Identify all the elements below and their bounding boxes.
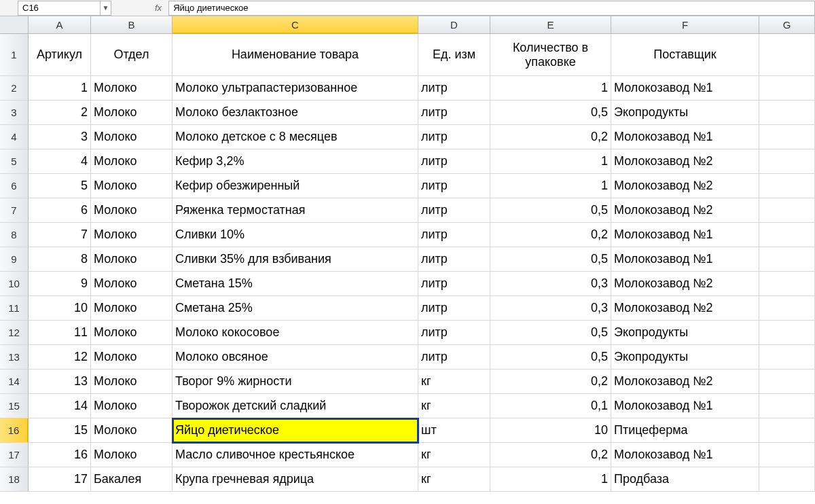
cell-G10[interactable] (759, 272, 815, 296)
cell-A1[interactable]: Артикул (29, 34, 91, 76)
cell-B13[interactable]: Молоко (91, 345, 173, 370)
cell-E5[interactable]: 1 (490, 149, 611, 174)
cell-E18[interactable]: 1 (490, 467, 611, 492)
column-header-B[interactable]: B (91, 16, 173, 34)
cell-A11[interactable]: 10 (29, 296, 91, 321)
cell-G1[interactable] (759, 34, 815, 76)
cell-F5[interactable]: Молокозавод №2 (611, 149, 759, 174)
cell-E15[interactable]: 0,1 (490, 394, 611, 418)
cell-B1[interactable]: Отдел (91, 34, 173, 76)
cell-E12[interactable]: 0,5 (490, 321, 611, 345)
cell-B5[interactable]: Молоко (91, 149, 173, 174)
cell-C3[interactable]: Молоко безлактозное (173, 101, 418, 125)
cell-D6[interactable]: литр (418, 174, 490, 198)
cell-C6[interactable]: Кефир обезжиренный (173, 174, 418, 198)
cell-D14[interactable]: кг (418, 370, 490, 394)
cell-G14[interactable] (759, 370, 815, 394)
row-header-12[interactable]: 12 (0, 321, 29, 345)
cell-C1[interactable]: Наименование товара (173, 34, 418, 76)
cell-D2[interactable]: литр (418, 76, 490, 101)
cell-B17[interactable]: Молоко (91, 443, 173, 467)
cell-D17[interactable]: кг (418, 443, 490, 467)
cell-G18[interactable] (759, 467, 815, 492)
cell-G4[interactable] (759, 125, 815, 149)
row-header-10[interactable]: 10 (0, 272, 29, 296)
cell-C7[interactable]: Ряженка термостатная (173, 198, 418, 223)
cell-F10[interactable]: Молокозавод №2 (611, 272, 759, 296)
cell-A18[interactable]: 17 (29, 467, 91, 492)
row-header-15[interactable]: 15 (0, 394, 29, 418)
cell-F17[interactable]: Молокозавод №1 (611, 443, 759, 467)
cell-A14[interactable]: 13 (29, 370, 91, 394)
cell-A15[interactable]: 14 (29, 394, 91, 418)
row-header-7[interactable]: 7 (0, 198, 29, 223)
cell-E4[interactable]: 0,2 (490, 125, 611, 149)
cell-D11[interactable]: литр (418, 296, 490, 321)
cell-C4[interactable]: Молоко детское с 8 месяцев (173, 125, 418, 149)
cell-G5[interactable] (759, 149, 815, 174)
row-header-17[interactable]: 17 (0, 443, 29, 467)
cell-D18[interactable]: кг (418, 467, 490, 492)
cell-F2[interactable]: Молокозавод №1 (611, 76, 759, 101)
cell-C16[interactable]: Яйцо диетическое (173, 418, 418, 443)
cell-D8[interactable]: литр (418, 223, 490, 247)
cell-C15[interactable]: Творожок детский сладкий (173, 394, 418, 418)
cell-B3[interactable]: Молоко (91, 101, 173, 125)
fx-icon[interactable]: fx (152, 3, 164, 13)
cell-B10[interactable]: Молоко (91, 272, 173, 296)
cell-C18[interactable]: Крупа гречневая ядрица (173, 467, 418, 492)
cell-B9[interactable]: Молоко (91, 247, 173, 272)
cell-A7[interactable]: 6 (29, 198, 91, 223)
cell-C10[interactable]: Сметана 15% (173, 272, 418, 296)
column-header-G[interactable]: G (759, 16, 815, 34)
name-box-dropdown-icon[interactable]: ▼ (100, 1, 111, 15)
cell-F11[interactable]: Молокозавод №2 (611, 296, 759, 321)
cell-D9[interactable]: литр (418, 247, 490, 272)
column-header-A[interactable]: A (29, 16, 91, 34)
cell-C13[interactable]: Молоко овсяное (173, 345, 418, 370)
column-header-E[interactable]: E (490, 16, 611, 34)
cell-B11[interactable]: Молоко (91, 296, 173, 321)
cell-D15[interactable]: кг (418, 394, 490, 418)
row-header-11[interactable]: 11 (0, 296, 29, 321)
row-header-13[interactable]: 13 (0, 345, 29, 370)
cell-E13[interactable]: 0,5 (490, 345, 611, 370)
cell-B15[interactable]: Молоко (91, 394, 173, 418)
cell-G16[interactable] (759, 418, 815, 443)
cell-B4[interactable]: Молоко (91, 125, 173, 149)
row-header-16[interactable]: 16 (0, 418, 29, 443)
cell-G6[interactable] (759, 174, 815, 198)
cell-A17[interactable]: 16 (29, 443, 91, 467)
cell-F14[interactable]: Молокозавод №2 (611, 370, 759, 394)
cell-A5[interactable]: 4 (29, 149, 91, 174)
cell-E16[interactable]: 10 (490, 418, 611, 443)
cell-F8[interactable]: Молокозавод №1 (611, 223, 759, 247)
formula-input[interactable]: Яйцо диетическое (168, 1, 815, 16)
cell-G9[interactable] (759, 247, 815, 272)
cell-A6[interactable]: 5 (29, 174, 91, 198)
cell-F9[interactable]: Молокозавод №1 (611, 247, 759, 272)
cell-F7[interactable]: Молокозавод №2 (611, 198, 759, 223)
cell-D3[interactable]: литр (418, 101, 490, 125)
cell-B8[interactable]: Молоко (91, 223, 173, 247)
cell-A4[interactable]: 3 (29, 125, 91, 149)
cell-E14[interactable]: 0,2 (490, 370, 611, 394)
cell-D4[interactable]: литр (418, 125, 490, 149)
cell-D5[interactable]: литр (418, 149, 490, 174)
cell-F1[interactable]: Поставщик (611, 34, 759, 76)
cell-G2[interactable] (759, 76, 815, 101)
row-header-1[interactable]: 1 (0, 34, 29, 76)
cell-A8[interactable]: 7 (29, 223, 91, 247)
column-header-C[interactable]: C (173, 16, 418, 34)
cell-E11[interactable]: 0,3 (490, 296, 611, 321)
cell-F15[interactable]: Молокозавод №1 (611, 394, 759, 418)
cell-C9[interactable]: Сливки 35% для взбивания (173, 247, 418, 272)
cell-E10[interactable]: 0,3 (490, 272, 611, 296)
cell-B2[interactable]: Молоко (91, 76, 173, 101)
cell-E17[interactable]: 0,2 (490, 443, 611, 467)
cell-B14[interactable]: Молоко (91, 370, 173, 394)
cell-G7[interactable] (759, 198, 815, 223)
cell-D12[interactable]: литр (418, 321, 490, 345)
name-box[interactable]: C16 ▼ (18, 1, 111, 16)
row-header-9[interactable]: 9 (0, 247, 29, 272)
